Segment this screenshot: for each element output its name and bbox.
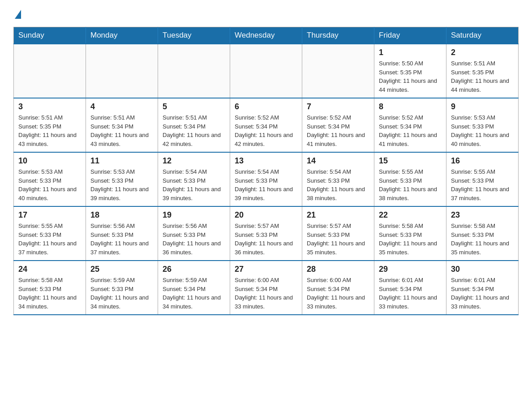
calendar-week-row: 24Sunrise: 5:58 AM Sunset: 5:33 PM Dayli… [14, 261, 519, 315]
calendar-cell: 27Sunrise: 6:00 AM Sunset: 5:34 PM Dayli… [230, 261, 302, 315]
day-info: Sunrise: 5:53 AM Sunset: 5:33 PM Dayligh… [451, 113, 514, 148]
day-number: 1 [379, 48, 442, 57]
calendar-cell: 24Sunrise: 5:58 AM Sunset: 5:33 PM Dayli… [14, 261, 86, 315]
calendar-cell: 6Sunrise: 5:52 AM Sunset: 5:34 PM Daylig… [230, 98, 302, 152]
day-info: Sunrise: 5:59 AM Sunset: 5:33 PM Dayligh… [90, 276, 153, 311]
calendar-cell: 23Sunrise: 5:58 AM Sunset: 5:33 PM Dayli… [446, 206, 519, 261]
page-header [13, 9, 519, 18]
day-number: 19 [163, 210, 225, 220]
day-info: Sunrise: 5:51 AM Sunset: 5:34 PM Dayligh… [163, 113, 225, 148]
day-number: 25 [90, 265, 153, 274]
day-number: 14 [307, 156, 369, 166]
logo-triangle-icon [15, 10, 21, 19]
calendar-cell: 8Sunrise: 5:52 AM Sunset: 5:34 PM Daylig… [374, 98, 446, 152]
day-info: Sunrise: 6:00 AM Sunset: 5:34 PM Dayligh… [307, 276, 369, 311]
day-number: 4 [90, 102, 153, 111]
day-info: Sunrise: 6:00 AM Sunset: 5:34 PM Dayligh… [235, 276, 297, 311]
day-info: Sunrise: 5:52 AM Sunset: 5:34 PM Dayligh… [379, 113, 442, 148]
calendar-cell: 17Sunrise: 5:55 AM Sunset: 5:33 PM Dayli… [14, 206, 86, 261]
day-number: 24 [18, 265, 81, 274]
day-number: 2 [451, 48, 514, 57]
calendar-cell: 28Sunrise: 6:00 AM Sunset: 5:34 PM Dayli… [302, 261, 374, 315]
calendar-header-row: SundayMondayTuesdayWednesdayThursdayFrid… [14, 27, 519, 44]
weekday-header-saturday: Saturday [446, 27, 519, 44]
calendar-week-row: 1Sunrise: 5:50 AM Sunset: 5:35 PM Daylig… [14, 44, 519, 98]
day-info: Sunrise: 5:53 AM Sunset: 5:33 PM Dayligh… [18, 167, 81, 202]
weekday-header-thursday: Thursday [302, 27, 374, 44]
logo [13, 9, 22, 18]
day-number: 9 [451, 102, 514, 111]
calendar-cell: 7Sunrise: 5:52 AM Sunset: 5:34 PM Daylig… [302, 98, 374, 152]
day-number: 15 [379, 156, 442, 166]
calendar-cell: 21Sunrise: 5:57 AM Sunset: 5:33 PM Dayli… [302, 206, 374, 261]
calendar-week-row: 3Sunrise: 5:51 AM Sunset: 5:35 PM Daylig… [14, 98, 519, 152]
day-info: Sunrise: 5:50 AM Sunset: 5:35 PM Dayligh… [379, 59, 442, 94]
day-number: 30 [451, 265, 514, 274]
day-info: Sunrise: 5:57 AM Sunset: 5:33 PM Dayligh… [235, 222, 297, 257]
day-info: Sunrise: 5:55 AM Sunset: 5:33 PM Dayligh… [451, 167, 514, 202]
calendar-cell [14, 44, 86, 98]
day-number: 21 [307, 210, 369, 220]
weekday-header-tuesday: Tuesday [158, 27, 230, 44]
day-info: Sunrise: 5:51 AM Sunset: 5:34 PM Dayligh… [90, 113, 153, 148]
day-info: Sunrise: 5:59 AM Sunset: 5:34 PM Dayligh… [163, 276, 225, 311]
calendar-cell: 16Sunrise: 5:55 AM Sunset: 5:33 PM Dayli… [446, 152, 519, 206]
day-number: 10 [18, 156, 81, 166]
day-info: Sunrise: 6:01 AM Sunset: 5:34 PM Dayligh… [379, 276, 442, 311]
calendar-cell: 22Sunrise: 5:58 AM Sunset: 5:33 PM Dayli… [374, 206, 446, 261]
calendar-cell: 3Sunrise: 5:51 AM Sunset: 5:35 PM Daylig… [14, 98, 86, 152]
calendar-cell: 9Sunrise: 5:53 AM Sunset: 5:33 PM Daylig… [446, 98, 519, 152]
day-number: 11 [90, 156, 153, 166]
day-number: 18 [90, 210, 153, 220]
calendar-cell [302, 44, 374, 98]
calendar-week-row: 10Sunrise: 5:53 AM Sunset: 5:33 PM Dayli… [14, 152, 519, 206]
calendar-cell [86, 44, 158, 98]
day-number: 13 [235, 156, 297, 166]
calendar-cell: 12Sunrise: 5:54 AM Sunset: 5:33 PM Dayli… [158, 152, 230, 206]
calendar-cell: 13Sunrise: 5:54 AM Sunset: 5:33 PM Dayli… [230, 152, 302, 206]
day-number: 29 [379, 265, 442, 274]
day-number: 17 [18, 210, 81, 220]
day-number: 8 [379, 102, 442, 111]
weekday-header-sunday: Sunday [14, 27, 86, 44]
day-number: 6 [235, 102, 297, 111]
calendar-cell: 19Sunrise: 5:56 AM Sunset: 5:33 PM Dayli… [158, 206, 230, 261]
calendar-cell: 15Sunrise: 5:55 AM Sunset: 5:33 PM Dayli… [374, 152, 446, 206]
day-info: Sunrise: 5:56 AM Sunset: 5:33 PM Dayligh… [90, 222, 153, 257]
calendar-cell: 14Sunrise: 5:54 AM Sunset: 5:33 PM Dayli… [302, 152, 374, 206]
day-info: Sunrise: 5:58 AM Sunset: 5:33 PM Dayligh… [379, 222, 442, 257]
calendar-table: SundayMondayTuesdayWednesdayThursdayFrid… [13, 27, 519, 315]
calendar-cell [158, 44, 230, 98]
day-number: 3 [18, 102, 81, 111]
day-number: 12 [163, 156, 225, 166]
day-number: 16 [451, 156, 514, 166]
day-info: Sunrise: 5:55 AM Sunset: 5:33 PM Dayligh… [18, 222, 81, 257]
weekday-header-friday: Friday [374, 27, 446, 44]
day-info: Sunrise: 5:58 AM Sunset: 5:33 PM Dayligh… [451, 222, 514, 257]
day-number: 27 [235, 265, 297, 274]
calendar-cell: 26Sunrise: 5:59 AM Sunset: 5:34 PM Dayli… [158, 261, 230, 315]
calendar-cell: 20Sunrise: 5:57 AM Sunset: 5:33 PM Dayli… [230, 206, 302, 261]
calendar-cell: 1Sunrise: 5:50 AM Sunset: 5:35 PM Daylig… [374, 44, 446, 98]
day-number: 23 [451, 210, 514, 220]
day-number: 26 [163, 265, 225, 274]
day-number: 7 [307, 102, 369, 111]
calendar-cell: 4Sunrise: 5:51 AM Sunset: 5:34 PM Daylig… [86, 98, 158, 152]
day-number: 28 [307, 265, 369, 274]
calendar-cell: 25Sunrise: 5:59 AM Sunset: 5:33 PM Dayli… [86, 261, 158, 315]
weekday-header-wednesday: Wednesday [230, 27, 302, 44]
day-number: 20 [235, 210, 297, 220]
day-number: 5 [163, 102, 225, 111]
calendar-cell: 2Sunrise: 5:51 AM Sunset: 5:35 PM Daylig… [446, 44, 519, 98]
calendar-cell: 18Sunrise: 5:56 AM Sunset: 5:33 PM Dayli… [86, 206, 158, 261]
calendar-week-row: 17Sunrise: 5:55 AM Sunset: 5:33 PM Dayli… [14, 206, 519, 261]
day-info: Sunrise: 5:51 AM Sunset: 5:35 PM Dayligh… [451, 59, 514, 94]
calendar-cell [230, 44, 302, 98]
day-info: Sunrise: 5:54 AM Sunset: 5:33 PM Dayligh… [163, 167, 225, 202]
day-info: Sunrise: 5:56 AM Sunset: 5:33 PM Dayligh… [163, 222, 225, 257]
calendar-cell: 5Sunrise: 5:51 AM Sunset: 5:34 PM Daylig… [158, 98, 230, 152]
day-info: Sunrise: 5:51 AM Sunset: 5:35 PM Dayligh… [18, 113, 81, 148]
day-info: Sunrise: 5:57 AM Sunset: 5:33 PM Dayligh… [307, 222, 369, 257]
calendar-cell: 30Sunrise: 6:01 AM Sunset: 5:34 PM Dayli… [446, 261, 519, 315]
day-info: Sunrise: 5:53 AM Sunset: 5:33 PM Dayligh… [90, 167, 153, 202]
